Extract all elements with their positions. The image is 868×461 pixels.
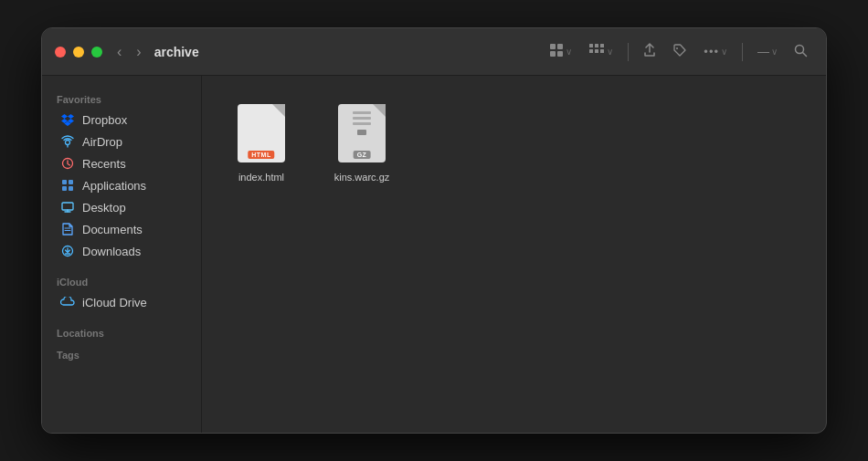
documents-icon xyxy=(60,222,75,236)
svg-line-12 xyxy=(803,52,807,56)
close-button[interactable] xyxy=(55,47,66,58)
html-badge: HTML xyxy=(248,151,274,159)
gz-file-graphic: GZ xyxy=(338,104,386,162)
svg-rect-19 xyxy=(69,186,73,191)
svg-rect-3 xyxy=(557,51,563,57)
group-view-chevron: ∨ xyxy=(607,47,613,57)
toolbar-actions: ∨ ∨ xyxy=(544,39,813,64)
sidebar-item-downloads-label: Downloads xyxy=(82,245,141,258)
sidebar-section-tags: Tags xyxy=(42,342,201,364)
sidebar-item-icloud-drive-label: iCloud Drive xyxy=(82,296,147,309)
window-title: archive xyxy=(154,45,199,59)
forward-button[interactable]: › xyxy=(131,42,146,62)
recents-icon xyxy=(60,156,75,171)
zipper-line-1 xyxy=(353,111,371,114)
sidebar-section-icloud: iCloud xyxy=(42,269,201,291)
sidebar-item-icloud-drive[interactable]: iCloud Drive xyxy=(46,291,197,313)
airdrop-icon xyxy=(60,134,75,149)
file-name-index-html: index.html xyxy=(238,171,284,183)
svg-rect-8 xyxy=(595,49,598,53)
file-name-kins-warc-gz: kins.warc.gz xyxy=(334,171,390,183)
icon-view-button[interactable]: ∨ xyxy=(544,39,577,64)
sidebar-item-dropbox-label: Dropbox xyxy=(82,113,127,127)
sort-button[interactable]: — ∨ xyxy=(752,41,783,62)
toolbar-separator-1 xyxy=(628,43,629,61)
more-icon: ••• xyxy=(704,45,719,58)
svg-rect-2 xyxy=(550,51,556,57)
sidebar-item-dropbox[interactable]: Dropbox xyxy=(46,109,197,131)
sidebar-item-documents-label: Documents xyxy=(82,223,143,236)
icloud-icon xyxy=(60,295,75,309)
sort-icon: — xyxy=(757,45,769,58)
html-file-graphic: HTML xyxy=(238,104,285,162)
desktop-icon xyxy=(60,200,75,215)
sidebar-section-locations: Locations xyxy=(42,320,201,342)
maximize-button[interactable] xyxy=(91,47,102,58)
svg-rect-0 xyxy=(550,44,556,49)
applications-icon xyxy=(60,178,75,193)
sidebar-item-applications[interactable]: Applications xyxy=(46,174,197,196)
toolbar-separator-2 xyxy=(742,43,743,61)
tag-icon xyxy=(672,43,687,60)
icon-view-chevron: ∨ xyxy=(566,47,572,57)
svg-rect-1 xyxy=(557,44,563,49)
svg-rect-18 xyxy=(62,186,67,191)
titlebar: ‹ › archive ∨ xyxy=(42,28,826,76)
content-area: Favorites Dropbox AirDrop xyxy=(42,76,826,433)
file-icon-gz: GZ xyxy=(334,101,389,165)
dropbox-icon xyxy=(60,112,75,127)
file-item-kins-warc-gz[interactable]: GZ kins.warc.gz xyxy=(321,94,403,191)
search-button[interactable] xyxy=(789,40,813,64)
file-area: HTML index.html GZ xyxy=(202,76,826,433)
zipper-decoration xyxy=(353,111,371,135)
icon-view-icon xyxy=(549,43,564,60)
minimize-button[interactable] xyxy=(73,47,84,58)
sidebar-item-recents[interactable]: Recents xyxy=(46,152,197,174)
search-icon xyxy=(794,44,808,60)
sort-chevron: ∨ xyxy=(771,47,778,57)
sidebar-item-downloads[interactable]: Downloads xyxy=(46,240,197,262)
svg-rect-7 xyxy=(589,49,593,53)
svg-rect-4 xyxy=(589,44,593,47)
downloads-icon xyxy=(60,244,75,258)
svg-point-13 xyxy=(66,141,70,145)
share-button[interactable] xyxy=(638,39,662,64)
sidebar-item-airdrop[interactable]: AirDrop xyxy=(46,131,197,152)
sidebar: Favorites Dropbox AirDrop xyxy=(42,76,202,433)
sidebar-item-documents[interactable]: Documents xyxy=(46,218,197,240)
svg-rect-5 xyxy=(595,44,598,47)
nav-buttons: ‹ › xyxy=(111,42,147,62)
svg-rect-17 xyxy=(69,180,73,184)
sidebar-item-desktop-label: Desktop xyxy=(82,201,126,215)
svg-rect-9 xyxy=(600,49,604,53)
group-view-button[interactable]: ∨ xyxy=(583,39,619,64)
svg-rect-20 xyxy=(62,203,73,210)
svg-rect-16 xyxy=(62,180,67,184)
traffic-lights xyxy=(55,47,102,58)
sidebar-item-desktop[interactable]: Desktop xyxy=(46,196,197,218)
more-button[interactable]: ••• ∨ xyxy=(698,41,733,62)
finder-window: ‹ › archive ∨ xyxy=(41,27,827,434)
tag-button[interactable] xyxy=(667,39,693,64)
svg-rect-6 xyxy=(600,44,604,47)
zipper-line-3 xyxy=(353,122,371,125)
group-view-icon xyxy=(588,43,605,60)
more-chevron: ∨ xyxy=(721,47,727,57)
zipper-line-2 xyxy=(353,117,371,120)
file-icon-html: HTML xyxy=(234,101,289,165)
sidebar-item-airdrop-label: AirDrop xyxy=(82,135,122,149)
share-icon xyxy=(643,43,656,60)
back-button[interactable]: ‹ xyxy=(111,42,127,62)
zipper-pull xyxy=(357,130,366,135)
sidebar-section-favorites: Favorites xyxy=(42,87,201,109)
sidebar-item-recents-label: Recents xyxy=(82,157,126,171)
sidebar-item-applications-label: Applications xyxy=(82,179,146,193)
gz-badge: GZ xyxy=(354,151,371,159)
file-item-index-html[interactable]: HTML index.html xyxy=(220,94,302,191)
svg-point-10 xyxy=(676,47,678,49)
